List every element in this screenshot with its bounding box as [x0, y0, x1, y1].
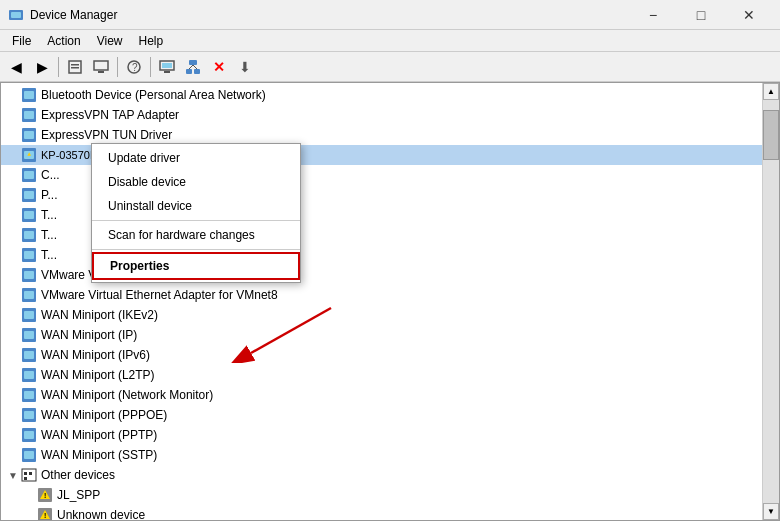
svg-rect-40	[24, 311, 34, 319]
svg-rect-20	[24, 111, 34, 119]
network-icon	[21, 287, 37, 303]
scroll-up-button[interactable]: ▲	[763, 83, 779, 100]
svg-rect-38	[24, 291, 34, 299]
list-item[interactable]: ExpressVPN TUN Driver	[1, 125, 762, 145]
svg-rect-30	[24, 211, 34, 219]
minimize-button[interactable]: −	[630, 0, 676, 30]
menu-bar: File Action View Help	[0, 30, 780, 52]
svg-rect-13	[186, 69, 192, 74]
collapse-arrow-icon: ▼	[5, 467, 21, 483]
list-item[interactable]: WAN Miniport (L2TP)	[1, 365, 762, 385]
vertical-scrollbar[interactable]: ▲ ▼	[762, 83, 779, 520]
network-adapter-icon	[21, 107, 37, 123]
scroll-thumb[interactable]	[763, 110, 779, 160]
properties-menu-item[interactable]: Properties	[92, 252, 300, 280]
scan-button[interactable]: ⬇	[233, 55, 257, 79]
menu-help[interactable]: Help	[131, 32, 172, 50]
svg-rect-34	[24, 251, 34, 259]
monitor-button[interactable]	[155, 55, 179, 79]
svg-rect-11	[162, 63, 172, 68]
toolbar-separator-2	[117, 57, 118, 77]
svg-line-16	[193, 65, 197, 69]
title-bar: Device Manager − □ ✕	[0, 0, 780, 30]
uninstall-device-menu-item[interactable]: Uninstall device	[92, 194, 300, 218]
main-area: Bluetooth Device (Personal Area Network)…	[0, 82, 780, 521]
svg-rect-26	[24, 171, 34, 179]
svg-rect-12	[189, 60, 197, 65]
jl-spp-icon: !	[37, 487, 53, 503]
list-item[interactable]: VMware Virtual Ethernet Adapter for VMne…	[1, 285, 762, 305]
list-item[interactable]: WAN Miniport (PPPOE)	[1, 405, 762, 425]
back-button[interactable]: ◀	[4, 55, 28, 79]
forward-button[interactable]: ▶	[30, 55, 54, 79]
update-driver-menu-item[interactable]: Update driver	[92, 146, 300, 170]
svg-rect-28	[24, 191, 34, 199]
context-menu-separator-2	[92, 249, 300, 250]
toolbar-separator-1	[58, 57, 59, 77]
jl-spp-item[interactable]: ! JL_SPP	[1, 485, 762, 505]
list-item[interactable]: WAN Miniport (SSTP)	[1, 445, 762, 465]
svg-text:?: ?	[132, 62, 138, 73]
scan-hardware-menu-item[interactable]: Scan for hardware changes	[92, 223, 300, 247]
uninstall-button[interactable]: ✕	[207, 55, 231, 79]
svg-rect-4	[71, 67, 79, 69]
warning-device-icon	[21, 147, 37, 163]
svg-rect-42	[24, 331, 34, 339]
network-button[interactable]	[181, 55, 205, 79]
network-icon	[21, 407, 37, 423]
svg-rect-54	[24, 451, 34, 459]
unknown-device-item[interactable]: ! Unknown device	[1, 505, 762, 520]
svg-rect-57	[24, 477, 27, 480]
svg-rect-58	[29, 472, 32, 475]
context-menu-separator-1	[92, 220, 300, 221]
list-item[interactable]: WAN Miniport (IP)	[1, 325, 762, 345]
svg-rect-32	[24, 231, 34, 239]
svg-rect-48	[24, 391, 34, 399]
svg-rect-18	[24, 91, 34, 99]
network-icon	[21, 227, 37, 243]
list-item[interactable]: ExpressVPN TAP Adapter	[1, 105, 762, 125]
svg-rect-6	[98, 71, 104, 73]
svg-rect-5	[94, 61, 108, 70]
menu-file[interactable]: File	[4, 32, 39, 50]
window-title: Device Manager	[30, 8, 630, 22]
list-item[interactable]: WAN Miniport (IPv6)	[1, 345, 762, 365]
menu-action[interactable]: Action	[39, 32, 88, 50]
unknown-device-icon: !	[37, 507, 53, 520]
menu-view[interactable]: View	[89, 32, 131, 50]
network-adapter-icon	[21, 87, 37, 103]
svg-rect-56	[24, 472, 27, 475]
list-item[interactable]: WAN Miniport (PPTP)	[1, 425, 762, 445]
network-icon	[21, 327, 37, 343]
scroll-track[interactable]	[763, 100, 779, 503]
computer-button[interactable]	[89, 55, 113, 79]
other-devices-category[interactable]: ▼ Other devices	[1, 465, 762, 485]
network-icon	[21, 447, 37, 463]
network-icon	[21, 307, 37, 323]
network-icon	[21, 247, 37, 263]
network-icon	[21, 347, 37, 363]
svg-rect-44	[24, 351, 34, 359]
window-controls: − □ ✕	[630, 0, 772, 30]
context-menu: Update driver Disable device Uninstall d…	[91, 143, 301, 283]
help-button[interactable]: ?	[122, 55, 146, 79]
other-devices-icon	[21, 467, 37, 483]
network-icon	[21, 387, 37, 403]
svg-rect-46	[24, 371, 34, 379]
properties-toolbar-button[interactable]	[63, 55, 87, 79]
list-item[interactable]: WAN Miniport (IKEv2)	[1, 305, 762, 325]
svg-rect-36	[24, 271, 34, 279]
svg-rect-14	[194, 69, 200, 74]
disable-device-menu-item[interactable]: Disable device	[92, 170, 300, 194]
svg-text:!: !	[44, 512, 46, 519]
svg-rect-10	[164, 71, 170, 73]
close-button[interactable]: ✕	[726, 0, 772, 30]
maximize-button[interactable]: □	[678, 0, 724, 30]
list-item[interactable]: Bluetooth Device (Personal Area Network)	[1, 85, 762, 105]
svg-rect-1	[11, 12, 21, 18]
network-icon	[21, 427, 37, 443]
list-item[interactable]: WAN Miniport (Network Monitor)	[1, 385, 762, 405]
svg-rect-52	[24, 431, 34, 439]
network-icon	[21, 207, 37, 223]
scroll-down-button[interactable]: ▼	[763, 503, 779, 520]
